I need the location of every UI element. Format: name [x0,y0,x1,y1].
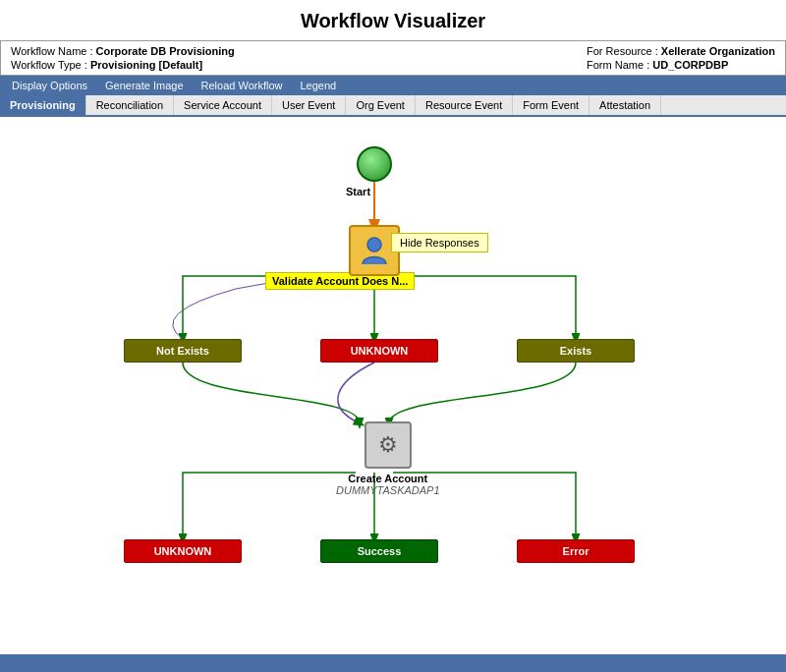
for-resource-value: Xellerate Organization [661,45,775,57]
form-name-value: UD_CORPDBP [652,59,728,71]
workflow-name-value: Corporate DB Provisioning [96,45,235,57]
bottom-bar [0,654,786,672]
for-resource-row: For Resource : Xellerate Organization [587,45,775,57]
form-name-label: Form Name : [587,59,649,71]
tab-reconciliation[interactable]: Reconciliation [86,95,174,115]
for-resource-label: For Resource : [587,45,658,57]
workflow-name-row: Workflow Name : Corporate DB Provisionin… [11,45,235,57]
menu-display-options[interactable]: Display Options [4,78,95,93]
workflow-type-label: Workflow Type : [11,59,87,71]
tab-attestation[interactable]: Attestation [590,95,661,115]
create-account-label: Create Account [348,473,427,484]
tab-service-account[interactable]: Service Account [174,95,272,115]
workflow-type-value: Provisioning [Default] [90,59,202,71]
menu-bar: Display Options Generate Image Reload Wo… [0,76,786,95]
menu-legend[interactable]: Legend [293,78,345,93]
svg-point-6 [367,238,381,252]
arrows-svg [0,117,786,654]
box-unknown1[interactable]: UNKNOWN [320,339,438,363]
tab-org-event[interactable]: Org Event [346,95,416,115]
person-icon [357,233,392,268]
create-account-sublabel: DUMMYTASKADAP1 [336,484,440,496]
tab-resource-event[interactable]: Resource Event [416,95,513,115]
tooltip-hide-responses[interactable]: Hide Responses [391,233,488,252]
menu-generate-image[interactable]: Generate Image [97,78,192,93]
box-not-exists[interactable]: Not Exists [124,339,242,363]
gear-icon[interactable]: ⚙ [365,421,412,469]
box-exists[interactable]: Exists [517,339,635,363]
tab-bar: Provisioning Reconciliation Service Acco… [0,95,786,117]
box-unknown2[interactable]: UNKNOWN [124,539,242,563]
node-start [357,146,392,182]
tab-form-event[interactable]: Form Event [513,95,590,115]
workflow-canvas: Start Validate Account Does N... Hide Re… [0,117,786,654]
tab-provisioning[interactable]: Provisioning [0,95,86,115]
tab-user-event[interactable]: User Event [272,95,346,115]
info-left: Workflow Name : Corporate DB Provisionin… [11,45,235,71]
create-account-area: ⚙ Create Account DUMMYTASKADAP1 [336,421,440,496]
box-error[interactable]: Error [517,539,635,563]
form-name-row: Form Name : UD_CORPDBP [587,59,775,71]
page-title: Workflow Visualizer [0,0,786,40]
workflow-name-label: Workflow Name : [11,45,93,57]
box-success[interactable]: Success [320,539,438,563]
info-right: For Resource : Xellerate Organization Fo… [587,45,775,71]
menu-reload-workflow[interactable]: Reload Workflow [194,78,291,93]
info-bar: Workflow Name : Corporate DB Provisionin… [0,40,786,76]
start-label: Start [346,186,370,197]
app-wrapper: Workflow Visualizer Workflow Name : Corp… [0,0,786,672]
workflow-type-row: Workflow Type : Provisioning [Default] [11,59,235,71]
